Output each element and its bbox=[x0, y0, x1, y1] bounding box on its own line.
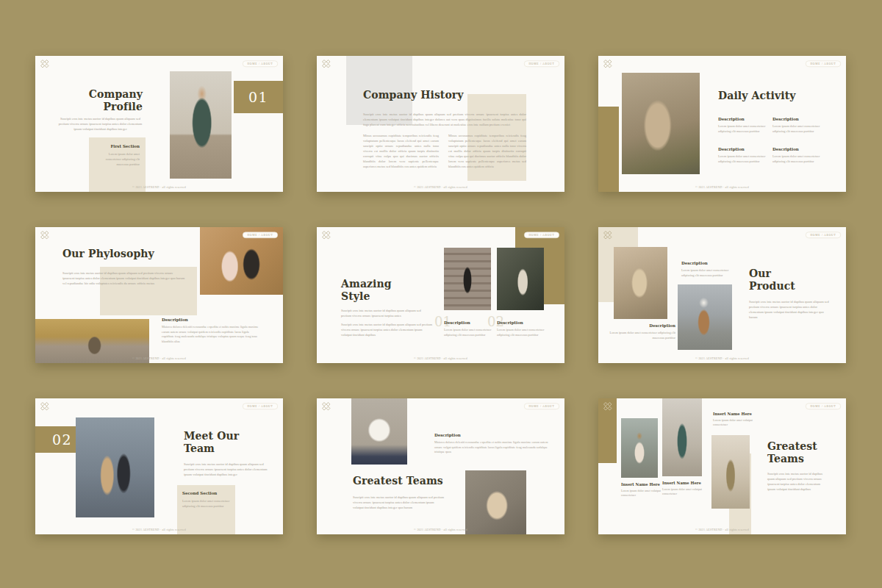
slide-canvas: HOME / ABOUT Company History Suscipit er… bbox=[317, 56, 564, 192]
nav-home-about: HOME / ABOUT bbox=[524, 232, 559, 239]
copyright-text: © 2021 AESTREND · all rights reserved bbox=[35, 186, 283, 190]
photo-woman-brown-coat bbox=[678, 284, 732, 350]
description-text: Maiores dolores deleniti recusandae expe… bbox=[434, 440, 549, 454]
intro-text: Suscipit eros inte metus auctor id dapib… bbox=[353, 495, 444, 510]
copyright-text: © 2021 AESTREND · all rights reserved bbox=[598, 357, 846, 361]
intro-text: Suscipit eros inte metus auctor id dapib… bbox=[749, 299, 829, 320]
nav-home-about: HOME / ABOUT bbox=[243, 61, 278, 68]
body-column-left: Minus accusamus cupiditate temporibus re… bbox=[363, 133, 439, 169]
slide-title: Company Profile bbox=[72, 88, 143, 112]
member-text: Lorem ipsum dolor amet volutpat consecte… bbox=[662, 487, 704, 496]
ornament-logo-icon bbox=[323, 232, 331, 240]
intro-text: Suscipit eros inte metus auctor id dapib… bbox=[184, 462, 269, 477]
nav-home-about: HOME / ABOUT bbox=[524, 404, 559, 410]
description-text: Lorem ipsum dolor amet consectetuer adip… bbox=[718, 123, 767, 134]
slide-canvas: HOME / ABOUT Description Maiores dolores… bbox=[317, 398, 564, 534]
photo-member-teal-coat bbox=[662, 398, 702, 476]
nav-home-about: HOME / ABOUT bbox=[243, 232, 278, 239]
intro-text: Suscipit eros inte metus auctor id dapib… bbox=[767, 471, 829, 492]
slide-title: Company History bbox=[363, 89, 464, 101]
nav-home-about: HOME / ABOUT bbox=[243, 404, 278, 410]
photo-two-women-city bbox=[76, 417, 154, 517]
slide-canvas: Our Phylosophy Suscipit eros inte metus … bbox=[35, 227, 283, 363]
slide-greatest-teams[interactable]: HOME / ABOUT Description Maiores dolores… bbox=[317, 398, 564, 534]
photo-member-striped-sweater bbox=[621, 418, 658, 478]
photo-woman-storefront bbox=[497, 248, 544, 310]
description-label: Description bbox=[444, 320, 470, 326]
section-card-title: First Section bbox=[95, 144, 140, 149]
description-text: Lorem ipsum dolor amet consectetuer adip… bbox=[444, 327, 492, 337]
description-label: Description bbox=[606, 323, 675, 329]
template-preview-grid: HOME / ABOUT First Section Lorem ipsum d… bbox=[0, 0, 882, 588]
photo-woman-street bbox=[170, 71, 232, 179]
member-name: Insert Name Here bbox=[713, 412, 752, 416]
slide-title: Our Product bbox=[749, 268, 808, 292]
body-text: Suscipit eros inte metus auctor id dapib… bbox=[341, 322, 434, 337]
slide-title: Greatest Teams bbox=[767, 440, 822, 465]
slide-canvas: HOME / ABOUT Description Lorem ipsum dol… bbox=[598, 227, 846, 363]
copyright-text: © 2021 AESTREND · all rights reserved bbox=[35, 357, 283, 361]
ornament-logo-icon bbox=[41, 60, 49, 68]
ornament-logo-icon bbox=[604, 403, 612, 411]
description-label: Description bbox=[162, 318, 188, 323]
photo-woman-stairs bbox=[444, 248, 491, 310]
description-block: Description Lorem ipsum dolor amet conse… bbox=[772, 147, 821, 164]
copyright-text: © 2021 AESTREND · all rights reserved bbox=[598, 528, 846, 532]
photo-woman-hooded-cape bbox=[465, 470, 526, 534]
nav-home-about: HOME / ABOUT bbox=[806, 61, 841, 68]
slide-meet-our-team[interactable]: HOME / ABOUT Second Section Lorem ipsum … bbox=[35, 398, 283, 534]
ornament-logo-icon bbox=[323, 403, 331, 411]
slide-daily-activity[interactable]: HOME / ABOUT Daily Activity Description … bbox=[598, 56, 846, 192]
slide-canvas: HOME / ABOUT Amazing Style Suscipit eros… bbox=[317, 227, 564, 363]
description-label: Description bbox=[772, 147, 821, 152]
ornament-logo-icon bbox=[604, 60, 612, 68]
slide-company-profile[interactable]: HOME / ABOUT First Section Lorem ipsum d… bbox=[35, 56, 283, 192]
member-name: Insert Name Here bbox=[662, 481, 701, 485]
description-text: Maiores dolores deleniti recusandae expe… bbox=[162, 324, 259, 344]
ornament-logo-icon bbox=[604, 232, 612, 240]
description-text: Lorem ipsum dolor amet consectetuer adip… bbox=[497, 327, 545, 337]
description-text: Lorem ipsum dolor amet consectetuer adip… bbox=[772, 154, 821, 164]
description-label: Description bbox=[718, 117, 767, 122]
description-text: Lorem ipsum dolor amet consectetuer adip… bbox=[606, 330, 675, 340]
description-label: Description bbox=[681, 261, 708, 266]
olive-accent-block bbox=[598, 107, 619, 192]
slide-canvas: HOME / ABOUT Insert Name Here Lorem ipsu… bbox=[598, 398, 846, 534]
slide-title: Greatest Teams bbox=[353, 475, 443, 487]
slide-title: Our Phylosophy bbox=[62, 248, 154, 260]
description-block: Description Lorem ipsum dolor amet conse… bbox=[772, 117, 821, 134]
photo-woman-rustic-steps bbox=[622, 73, 700, 174]
photo-woman-white-blouse bbox=[351, 398, 407, 465]
photo-woman-sitting-steps bbox=[614, 247, 667, 319]
description-label: Description bbox=[718, 147, 767, 152]
ornament-logo-icon bbox=[41, 232, 49, 240]
description-text: Lorem ipsum dolor amet consectetuer adip… bbox=[772, 123, 821, 134]
body-column-right: Minus accusamus cupiditate temporibus re… bbox=[448, 133, 526, 169]
slide-amazing-style[interactable]: HOME / ABOUT Amazing Style Suscipit eros… bbox=[317, 227, 564, 363]
section-card: First Section Lorem ipsum dolor amet con… bbox=[89, 137, 146, 192]
member-text: Lorem ipsum dolor amet volutpat consecte… bbox=[621, 489, 663, 498]
slide-canvas: HOME / ABOUT First Section Lorem ipsum d… bbox=[35, 56, 283, 192]
description-block: Description Lorem ipsum dolor amet conse… bbox=[718, 147, 767, 164]
member-name: Insert Name Here bbox=[621, 482, 660, 487]
photo-member-jumpsuit bbox=[711, 435, 750, 509]
slide-greatest-teams-members[interactable]: HOME / ABOUT Insert Name Here Lorem ipsu… bbox=[598, 398, 846, 534]
intro-text: Suscipit eros inte metus auctor id dapib… bbox=[341, 308, 431, 318]
description-label: Description bbox=[434, 433, 461, 438]
nav-home-about: HOME / ABOUT bbox=[806, 404, 841, 410]
description-text: Lorem ipsum dolor amet consectetuer adip… bbox=[718, 154, 767, 164]
slide-our-phylosophy[interactable]: Our Phylosophy Suscipit eros inte metus … bbox=[35, 227, 283, 363]
slide-title: Meet Our Team bbox=[184, 430, 246, 454]
section-card-text: Lorem ipsum dolor amet consectetuer adip… bbox=[182, 498, 230, 509]
description-block: Description Lorem ipsum dolor amet conse… bbox=[718, 117, 767, 134]
slide-company-history[interactable]: HOME / ABOUT Company History Suscipit er… bbox=[317, 56, 564, 192]
member-text: Lorem ipsum dolor amet volutpat consecte… bbox=[713, 418, 759, 427]
ornament-logo-icon bbox=[323, 60, 331, 68]
slide-number-badge: 01 bbox=[234, 81, 283, 113]
slide-canvas: HOME / ABOUT Second Section Lorem ipsum … bbox=[35, 398, 283, 534]
copyright-text: © 2021 AESTREND · all rights reserved bbox=[35, 528, 283, 532]
slide-our-product[interactable]: HOME / ABOUT Description Lorem ipsum dol… bbox=[598, 227, 846, 363]
slide-title: Amazing Style bbox=[341, 278, 396, 302]
nav-home-about: HOME / ABOUT bbox=[524, 61, 559, 68]
slide-canvas: HOME / ABOUT Daily Activity Description … bbox=[598, 56, 846, 192]
